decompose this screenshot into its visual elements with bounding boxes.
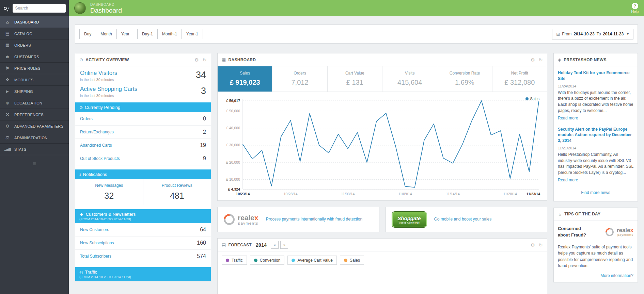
price-rules-icon: ⚑ bbox=[4, 66, 11, 71]
kpi-label: Cart Value bbox=[330, 71, 380, 76]
sidebar-item-administration[interactable]: ⚖ADMINISTRATION bbox=[0, 132, 69, 144]
sidebar-item-modules[interactable]: ❖MODULES bbox=[0, 74, 69, 86]
svg-text:£ 56,017: £ 56,017 bbox=[226, 99, 240, 103]
refresh-icon[interactable]: ↻ bbox=[203, 57, 207, 63]
range-button-year-1[interactable]: Year-1 bbox=[182, 29, 203, 39]
data-row-label[interactable]: New Subscriptions bbox=[80, 241, 114, 245]
forecast-legend-label: Average Cart Value bbox=[297, 258, 333, 263]
activity-stat-label[interactable]: Online Visitors bbox=[80, 70, 117, 77]
search-scope-button[interactable]: ▾ bbox=[3, 6, 10, 11]
sidebar-item-stats[interactable]: ▂▅▇STATS bbox=[0, 144, 69, 155]
svg-text:£ 50,000: £ 50,000 bbox=[226, 109, 240, 113]
range-button-day[interactable]: Day bbox=[79, 29, 96, 39]
kpi-row: Sales£ 919,023Orders7,012Cart Value£ 131… bbox=[218, 66, 547, 92]
activity-stat-label[interactable]: Active Shopping Carts bbox=[80, 86, 137, 93]
kpi-orders[interactable]: Orders7,012 bbox=[272, 66, 327, 92]
sidebar-item-advanced-parameters[interactable]: ⚙ADVANCED PARAMETERS bbox=[0, 120, 69, 132]
tips-title: TIPS OF THE DAY bbox=[564, 212, 600, 216]
news-icon: ◈ bbox=[558, 57, 561, 62]
sidebar-item-home[interactable]: ⌂DASHBOARD bbox=[0, 16, 69, 28]
kpi-label: Conversion Rate bbox=[439, 71, 490, 76]
kpi-value: £ 312,080 bbox=[494, 79, 545, 86]
activity-overview-panel: ⊙ ACTIVITY OVERVIEW ⚙ ↻ Online Visitorsi… bbox=[75, 53, 211, 281]
news-article-title[interactable]: Security Alert on the PayPal Europe modu… bbox=[558, 127, 633, 144]
news-article-body: With the holidays just around the corner… bbox=[558, 90, 633, 114]
data-row-label[interactable]: Abandoned Carts bbox=[80, 143, 112, 148]
data-row-label[interactable]: Total Subscribers bbox=[80, 254, 111, 259]
forecast-legend-sales[interactable]: Sales bbox=[340, 256, 364, 265]
range-button-month[interactable]: Month bbox=[96, 29, 116, 39]
forecast-legend-average-cart-value[interactable]: Average Cart Value bbox=[287, 256, 337, 265]
kpi-label: Orders bbox=[274, 71, 325, 76]
calendar-icon: ⊞ bbox=[556, 32, 560, 37]
sidebar-collapse-button[interactable]: ≡ bbox=[0, 161, 69, 167]
range-button-groups: DayMonthYearDay-1Month-1Year-1 bbox=[79, 29, 203, 39]
activity-stat: Active Shopping Cartsin the last 30 minu… bbox=[75, 82, 211, 98]
data-row-label[interactable]: New Customers bbox=[80, 227, 109, 232]
kpi-sales[interactable]: Sales£ 919,023 bbox=[218, 66, 272, 92]
notification-label[interactable]: New Messages bbox=[77, 183, 142, 188]
data-row-value: 19 bbox=[200, 142, 206, 148]
news-article-title[interactable]: Holiday Tool Kit for your Ecommerce Site bbox=[558, 70, 633, 82]
notifications-title: Notifications bbox=[83, 172, 107, 177]
kpi-net-profit[interactable]: Net Profit£ 312,080 bbox=[492, 66, 547, 92]
shopgate-promo-card[interactable]: Shopgate Mobile Commerce Go mobile and b… bbox=[386, 207, 548, 232]
gear-icon[interactable]: ⚙ bbox=[531, 242, 535, 248]
info-icon: ℹ bbox=[79, 172, 81, 177]
sidebar-item-label: PREFERENCES bbox=[14, 113, 44, 117]
sidebar-item-shipping[interactable]: ►SHIPPING bbox=[0, 86, 69, 97]
data-row-value: 64 bbox=[200, 227, 206, 233]
kpi-value: 1.69% bbox=[439, 79, 490, 86]
home-icon: ⌂ bbox=[4, 19, 11, 24]
refresh-icon[interactable]: ↻ bbox=[539, 57, 543, 63]
pending-title: Currently Pending bbox=[85, 105, 120, 110]
help-button[interactable]: ? Help bbox=[631, 3, 639, 14]
kpi-visits[interactable]: Visits415,604 bbox=[382, 66, 437, 92]
read-more-link[interactable]: Read more bbox=[558, 178, 578, 182]
notification-label[interactable]: Product Reviews bbox=[145, 183, 210, 188]
forecast-legend-label: Sales bbox=[350, 258, 360, 263]
sidebar-search-zone: ▾ bbox=[0, 0, 69, 16]
range-button-month-1[interactable]: Month-1 bbox=[157, 29, 182, 39]
gear-icon[interactable]: ⚙ bbox=[194, 57, 199, 63]
refresh-icon[interactable]: ↻ bbox=[539, 242, 543, 248]
sales-legend-label: Sales bbox=[530, 97, 539, 101]
data-row-label[interactable]: Return/Exchanges bbox=[80, 130, 114, 134]
sidebar-item-preferences[interactable]: ⚒PREFERENCES bbox=[0, 109, 69, 120]
forecast-prev-button[interactable]: « bbox=[271, 241, 279, 249]
realex-promo-card[interactable]: realex payments Process payments interna… bbox=[217, 207, 379, 232]
advanced-parameters-icon: ⚙ bbox=[4, 124, 11, 129]
sidebar-item-customers[interactable]: ☻CUSTOMERS bbox=[0, 51, 69, 63]
legend-dot bbox=[344, 259, 347, 262]
data-row-label[interactable]: Out of Stock Products bbox=[80, 156, 120, 161]
range-button-day-1[interactable]: Day-1 bbox=[137, 29, 158, 39]
pending-section-bar: ⊙Currently Pending bbox=[75, 102, 211, 112]
sidebar-item-price-rules[interactable]: ⚑PRICE RULES bbox=[0, 63, 69, 74]
data-row-label[interactable]: Orders bbox=[80, 116, 93, 121]
kpi-conversion-rate[interactable]: Conversion Rate1.69% bbox=[437, 66, 492, 92]
shopgate-promo-link[interactable]: Go mobile and boost your sales bbox=[434, 216, 492, 222]
sidebar-item-orders[interactable]: ▦ORDERS bbox=[0, 39, 69, 51]
gear-icon[interactable]: ⚙ bbox=[531, 57, 535, 63]
read-more-link[interactable]: Read more bbox=[558, 116, 578, 120]
search-icon bbox=[4, 7, 7, 10]
sidebar: ▾ ⌂DASHBOARD▤CATALOG▦ORDERS☻CUSTOMERS⚑PR… bbox=[0, 0, 69, 294]
forecast-icon: ▤ bbox=[222, 242, 226, 247]
forecast-next-button[interactable]: » bbox=[280, 241, 288, 249]
tips-more-link[interactable]: More information? bbox=[558, 273, 633, 278]
sales-legend-dot bbox=[525, 97, 529, 100]
data-row: Orders0 bbox=[75, 112, 211, 126]
forecast-legend-conversion[interactable]: Conversion bbox=[250, 256, 285, 265]
kpi-cart-value[interactable]: Cart Value£ 131 bbox=[328, 66, 382, 92]
range-button-year[interactable]: Year bbox=[116, 29, 134, 39]
search-input[interactable] bbox=[13, 4, 66, 13]
forecast-year: 2014 bbox=[256, 242, 267, 248]
find-more-news-link[interactable]: Find more news bbox=[554, 185, 638, 201]
sidebar-item-localization[interactable]: ⊕LOCALIZATION bbox=[0, 97, 69, 109]
forecast-legend-traffic[interactable]: Traffic bbox=[222, 256, 247, 265]
date-range-button[interactable]: ⊞ From 2014-10-23 To 2014-11-23 ▼ bbox=[552, 29, 633, 39]
realex-promo-link[interactable]: Process payments internationally with fr… bbox=[266, 216, 362, 222]
sidebar-item-catalog[interactable]: ▤CATALOG bbox=[0, 28, 69, 39]
customers-title: Customers & Newsletters bbox=[86, 212, 136, 217]
kpi-value: 415,604 bbox=[384, 79, 435, 86]
